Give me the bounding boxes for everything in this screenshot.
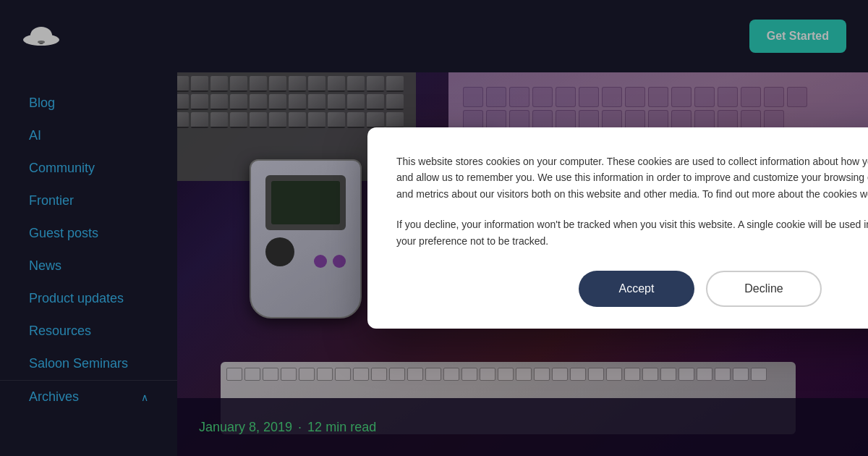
cookie-text-secondary: If you decline, your information won't b… [396, 216, 868, 249]
cookie-banner: This website stores cookies on your comp… [367, 127, 868, 329]
accept-button[interactable]: Accept [579, 271, 694, 307]
decline-button[interactable]: Decline [706, 271, 822, 307]
cookie-text-primary: This website stores cookies on your comp… [396, 153, 868, 202]
cookie-button-group: Accept Decline [396, 271, 868, 307]
